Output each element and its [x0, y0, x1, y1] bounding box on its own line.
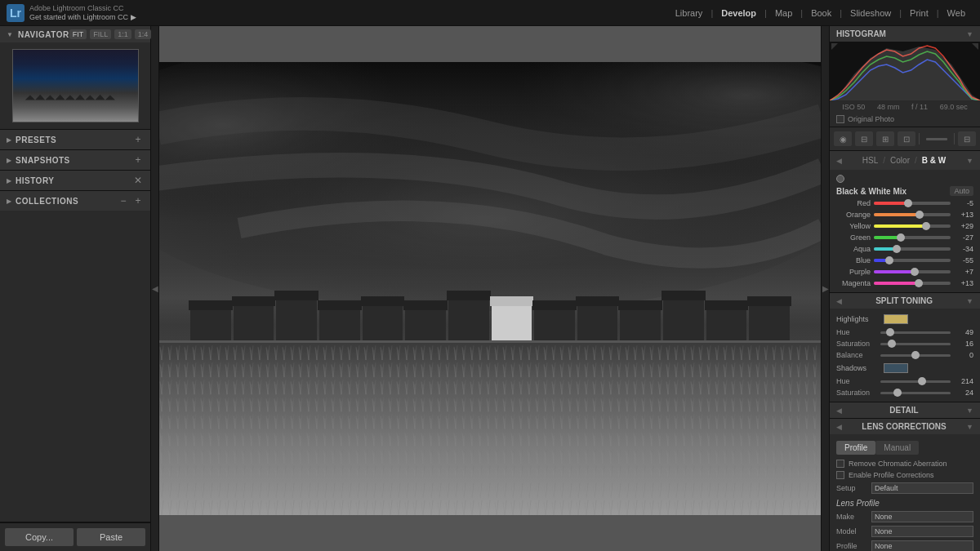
- shadows-sat-thumb[interactable]: [893, 389, 902, 397]
- bw-slider-thumb-green[interactable]: [897, 233, 905, 242]
- split-toning-left[interactable]: ◀: [836, 297, 842, 305]
- setup-select[interactable]: Default: [871, 482, 973, 494]
- presets-header[interactable]: ▶ Presets +: [0, 130, 150, 149]
- nav-web[interactable]: Web: [941, 5, 972, 21]
- lens-corrections-header[interactable]: ◀ Lens Corrections ▼: [830, 419, 980, 434]
- highlights-hue-slider[interactable]: [880, 331, 951, 334]
- bw-value-red: -5: [954, 199, 973, 207]
- left-panel-toggle[interactable]: ◀: [151, 26, 159, 551]
- nav-1to1[interactable]: 1:1: [114, 29, 131, 39]
- nav-print[interactable]: Print: [903, 5, 935, 21]
- auto-button[interactable]: Auto: [950, 186, 973, 196]
- bw-slider-row-orange: Orange+13: [830, 209, 980, 220]
- bw-slider-thumb-aqua[interactable]: [893, 245, 901, 253]
- bw-slider-row-yellow: Yellow+29: [830, 220, 980, 232]
- shadows-sat-slider[interactable]: [880, 392, 951, 394]
- make-select[interactable]: None: [871, 511, 973, 522]
- snapshots-add-btn[interactable]: +: [132, 154, 144, 166]
- hsl-tab-bw[interactable]: B & W: [919, 154, 949, 167]
- view-before-after-vert[interactable]: ⊟: [855, 131, 873, 146]
- balance-slider[interactable]: [880, 354, 951, 357]
- history-close-btn[interactable]: ✕: [132, 175, 144, 186]
- presets-label: Presets: [16, 136, 56, 144]
- bw-slider-thumb-magenta[interactable]: [915, 279, 923, 287]
- right-panel-toggle[interactable]: ▶: [821, 26, 829, 551]
- highlights-sat-slider[interactable]: [880, 343, 951, 345]
- lens-tab-manual[interactable]: Manual: [875, 441, 919, 455]
- shadows-hue-thumb[interactable]: [918, 377, 926, 385]
- presets-add-btn[interactable]: +: [132, 134, 144, 145]
- view-before-after-horiz[interactable]: ⊞: [876, 131, 894, 146]
- bw-slider-track-yellow[interactable]: [874, 224, 951, 228]
- bw-slider-track-orange[interactable]: [874, 213, 951, 216]
- history-header[interactable]: ▶ History ✕: [0, 171, 150, 190]
- collections-header[interactable]: ▶ Collections − +: [0, 191, 150, 211]
- profile-select[interactable]: None: [871, 540, 973, 551]
- navigator-header[interactable]: ▼ Navigator FIT FILL 1:1 1:4: [0, 26, 150, 42]
- hsl-tab-color[interactable]: Color: [887, 154, 913, 167]
- view-zoom-slider[interactable]: [926, 138, 947, 140]
- bw-slider-thumb-purple[interactable]: [911, 268, 919, 276]
- bw-slider-fill-magenta: [874, 282, 919, 285]
- bw-slider-track-magenta[interactable]: [874, 282, 951, 285]
- nav-1to4[interactable]: 1:4: [135, 29, 152, 39]
- lens-tab-profile[interactable]: Profile: [836, 441, 875, 455]
- highlights-hue-thumb[interactable]: [886, 328, 894, 336]
- bw-slider-track-blue[interactable]: [874, 259, 951, 262]
- copy-button[interactable]: Copy...: [5, 528, 74, 546]
- hsl-tab-hsl[interactable]: HSL: [859, 154, 881, 167]
- shadows-swatch[interactable]: [884, 363, 908, 373]
- view-survey[interactable]: ⊡: [898, 131, 915, 146]
- top-bar-info: Adobe Lightroom Classic CC Get started w…: [29, 4, 136, 22]
- balance-thumb[interactable]: [911, 351, 920, 359]
- detail-expand[interactable]: ▼: [966, 407, 973, 415]
- bw-slider-track-aqua[interactable]: [874, 247, 951, 251]
- bw-slider-track-red[interactable]: [874, 202, 951, 205]
- original-photo-checkbox[interactable]: [836, 115, 844, 123]
- nav-develop[interactable]: Develop: [715, 5, 763, 21]
- lens-left[interactable]: ◀: [836, 423, 842, 431]
- highlights-sat-thumb[interactable]: [888, 340, 896, 348]
- nav-library[interactable]: Library: [669, 5, 710, 21]
- view-mode-icon[interactable]: ⊟: [958, 131, 976, 146]
- bw-sliders: Red-5Orange+13Yellow+29Green-27Aqua-34Bl…: [830, 198, 980, 289]
- detail-header[interactable]: ◀ Detail ▼: [830, 402, 980, 418]
- top-bar: Lr Adobe Lightroom Classic CC Get starte…: [0, 0, 980, 26]
- split-toning-expand[interactable]: ▼: [966, 297, 973, 305]
- nav-slideshow[interactable]: Slideshow: [844, 5, 898, 21]
- histogram-header[interactable]: Histogram ▼: [830, 26, 980, 42]
- enable-profile-checkbox[interactable]: [836, 471, 844, 479]
- histogram-shadow-clip: [831, 43, 838, 50]
- nav-book[interactable]: Book: [804, 5, 838, 21]
- bw-slider-track-green[interactable]: [874, 236, 951, 239]
- bw-slider-thumb-red[interactable]: [904, 199, 912, 207]
- bw-slider-thumb-orange[interactable]: [915, 211, 924, 219]
- nav-fit[interactable]: FIT: [69, 29, 87, 39]
- photo-container[interactable]: [159, 62, 821, 515]
- collections-add-btn[interactable]: +: [132, 195, 144, 207]
- nav-map[interactable]: Map: [768, 5, 799, 21]
- app-subtitle[interactable]: Get started with Lightroom CC ▶: [29, 13, 136, 22]
- view-loupe[interactable]: ◉: [834, 131, 852, 146]
- navigator-thumbnail[interactable]: [12, 49, 139, 122]
- hsl-left-arrow[interactable]: ◀: [836, 157, 842, 165]
- paste-button[interactable]: Paste: [77, 528, 145, 546]
- histogram-expand[interactable]: ▼: [966, 30, 973, 38]
- remove-ca-checkbox[interactable]: [836, 460, 844, 468]
- collections-minus-btn[interactable]: −: [118, 195, 129, 207]
- model-select[interactable]: None: [871, 526, 973, 537]
- bw-label-green: Green: [836, 233, 871, 242]
- bw-slider-thumb-yellow[interactable]: [922, 222, 930, 230]
- bw-slider-track-purple[interactable]: [874, 270, 951, 273]
- detail-left[interactable]: ◀: [836, 407, 842, 415]
- highlights-swatch[interactable]: [884, 314, 908, 324]
- hsl-right-arrow[interactable]: ▼: [966, 157, 973, 165]
- snapshots-header[interactable]: ▶ Snapshots +: [0, 150, 150, 170]
- shadows-hue-slider[interactable]: [880, 380, 951, 383]
- make-label: Make: [836, 513, 867, 521]
- bw-slider-thumb-blue[interactable]: [885, 256, 893, 264]
- bw-label-magenta: Magenta: [836, 279, 871, 287]
- split-toning-header[interactable]: ◀ Split Toning ▼: [830, 293, 980, 309]
- lens-expand[interactable]: ▼: [966, 423, 973, 431]
- nav-fill[interactable]: FILL: [90, 29, 111, 39]
